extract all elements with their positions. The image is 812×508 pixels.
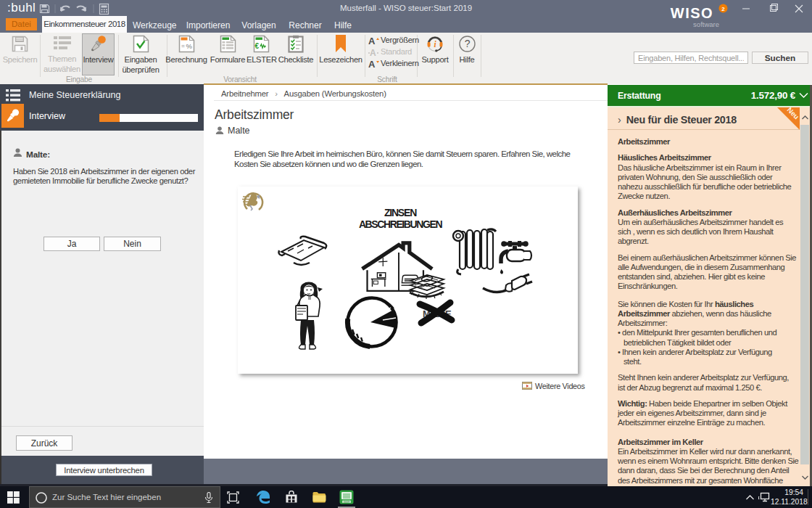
- svg-text:=: =: [181, 42, 185, 49]
- svg-text:%: %: [186, 42, 192, 50]
- svg-text:i: i: [434, 40, 437, 49]
- svg-text:€: €: [254, 42, 259, 50]
- svg-text:ZINSEN: ZINSEN: [384, 207, 417, 218]
- svg-text:ABSCHREIBUNGEN: ABSCHREIBUNGEN: [359, 218, 442, 230]
- svg-text:A: A: [368, 59, 376, 69]
- svg-text:?: ?: [464, 38, 470, 49]
- svg-text:A: A: [370, 48, 376, 57]
- svg-text:A: A: [368, 36, 376, 46]
- svg-text:2: 2: [721, 6, 725, 12]
- svg-text:2019: 2019: [344, 501, 349, 504]
